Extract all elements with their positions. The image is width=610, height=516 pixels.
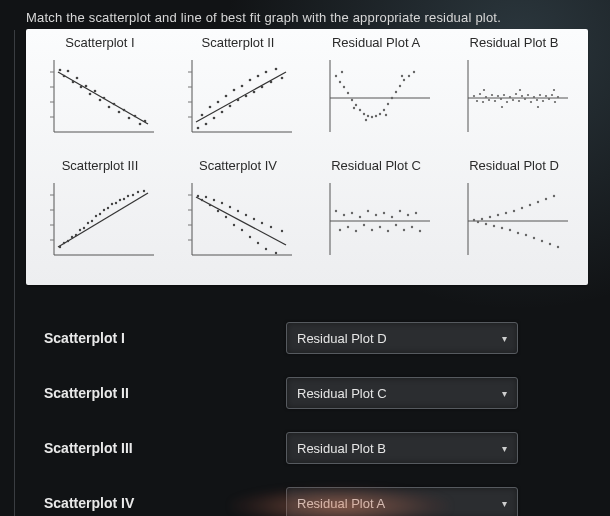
cell-residual-b: Residual Plot B bbox=[448, 35, 580, 152]
svg-point-86 bbox=[482, 101, 484, 103]
match-dropdown-2[interactable]: Residual Plot C ▾ bbox=[286, 377, 518, 409]
chart-residual-d bbox=[454, 175, 574, 267]
svg-point-176 bbox=[339, 229, 341, 231]
svg-point-39 bbox=[221, 111, 224, 114]
title-residual-b: Residual Plot B bbox=[470, 35, 559, 50]
svg-point-94 bbox=[506, 101, 508, 103]
svg-point-199 bbox=[473, 219, 475, 221]
svg-point-9 bbox=[67, 70, 70, 73]
cell-residual-a: Residual Plot A bbox=[310, 35, 442, 152]
chart-residual-a bbox=[316, 52, 436, 144]
svg-point-159 bbox=[225, 216, 227, 218]
svg-point-182 bbox=[363, 224, 365, 226]
svg-point-38 bbox=[217, 101, 220, 104]
svg-point-33 bbox=[197, 127, 200, 130]
chevron-down-icon: ▾ bbox=[502, 498, 507, 509]
svg-point-191 bbox=[399, 210, 401, 212]
svg-point-192 bbox=[403, 229, 405, 231]
svg-point-52 bbox=[275, 68, 278, 71]
svg-point-157 bbox=[217, 210, 219, 212]
title-scatterplot-4: Scatterplot IV bbox=[199, 158, 277, 173]
svg-point-88 bbox=[488, 99, 490, 101]
svg-point-204 bbox=[493, 225, 495, 227]
svg-point-15 bbox=[94, 90, 97, 93]
svg-point-188 bbox=[387, 230, 389, 232]
svg-point-49 bbox=[261, 86, 264, 89]
svg-point-76 bbox=[341, 71, 343, 73]
matching-area: Scatterplot I Residual Plot D ▾ Scatterp… bbox=[26, 315, 586, 516]
svg-point-175 bbox=[335, 210, 337, 212]
chart-scatterplot-4 bbox=[178, 175, 298, 267]
svg-point-167 bbox=[257, 242, 259, 244]
svg-point-203 bbox=[489, 216, 491, 218]
svg-point-160 bbox=[229, 206, 231, 208]
svg-point-18 bbox=[108, 106, 111, 109]
svg-point-45 bbox=[245, 95, 248, 98]
svg-point-67 bbox=[379, 113, 381, 115]
svg-point-115 bbox=[537, 106, 539, 108]
svg-point-153 bbox=[201, 199, 203, 201]
svg-point-168 bbox=[261, 222, 263, 224]
match-dropdown-1[interactable]: Residual Plot D ▾ bbox=[286, 322, 518, 354]
svg-point-164 bbox=[245, 214, 247, 216]
svg-point-113 bbox=[501, 106, 503, 108]
svg-point-125 bbox=[63, 242, 65, 244]
svg-point-116 bbox=[553, 89, 555, 91]
match-label-3: Scatterplot III bbox=[26, 440, 286, 456]
title-scatterplot-3: Scatterplot III bbox=[62, 158, 139, 173]
cell-scatterplot-4: Scatterplot IV bbox=[172, 158, 304, 275]
title-scatterplot-1: Scatterplot I bbox=[65, 35, 134, 50]
svg-point-202 bbox=[485, 223, 487, 225]
svg-point-196 bbox=[419, 230, 421, 232]
match-dropdown-4[interactable]: Residual Plot A ▾ bbox=[286, 487, 518, 516]
svg-point-70 bbox=[391, 97, 393, 99]
svg-point-218 bbox=[549, 243, 551, 245]
svg-point-136 bbox=[107, 207, 109, 209]
svg-point-193 bbox=[407, 214, 409, 216]
svg-point-101 bbox=[527, 94, 529, 96]
svg-point-25 bbox=[144, 120, 147, 123]
svg-point-85 bbox=[479, 93, 481, 95]
svg-point-79 bbox=[385, 114, 387, 116]
svg-point-108 bbox=[548, 98, 550, 100]
chart-scatterplot-1 bbox=[40, 52, 160, 144]
svg-point-97 bbox=[515, 93, 517, 95]
svg-point-137 bbox=[111, 203, 113, 205]
svg-point-16 bbox=[99, 99, 102, 102]
svg-point-107 bbox=[545, 95, 547, 97]
svg-point-211 bbox=[521, 207, 523, 209]
svg-point-185 bbox=[375, 214, 377, 216]
match-label-4: Scatterplot IV bbox=[26, 495, 286, 511]
svg-point-158 bbox=[221, 202, 223, 204]
svg-point-209 bbox=[513, 210, 515, 212]
svg-point-206 bbox=[501, 227, 503, 229]
chart-residual-b bbox=[454, 52, 574, 144]
svg-point-69 bbox=[387, 103, 389, 105]
cell-scatterplot-2: Scatterplot II bbox=[172, 35, 304, 152]
svg-point-99 bbox=[521, 95, 523, 97]
svg-point-102 bbox=[530, 101, 532, 103]
svg-point-98 bbox=[518, 100, 520, 102]
match-dropdown-3[interactable]: Residual Plot B ▾ bbox=[286, 432, 518, 464]
svg-point-179 bbox=[351, 212, 353, 214]
svg-point-106 bbox=[542, 100, 544, 102]
svg-point-212 bbox=[525, 234, 527, 236]
svg-point-213 bbox=[529, 204, 531, 206]
svg-point-72 bbox=[399, 85, 401, 87]
cell-residual-d: Residual Plot D bbox=[448, 158, 580, 275]
svg-point-207 bbox=[505, 212, 507, 214]
svg-point-44 bbox=[241, 85, 244, 88]
svg-point-34 bbox=[201, 114, 204, 117]
svg-point-42 bbox=[233, 89, 236, 92]
figure-grid: Scatterplot I Scatterplot II bbox=[26, 29, 588, 285]
svg-point-14 bbox=[89, 93, 92, 96]
svg-point-154 bbox=[205, 196, 207, 198]
svg-point-152 bbox=[197, 195, 199, 197]
svg-point-126 bbox=[67, 240, 69, 242]
svg-point-56 bbox=[335, 75, 337, 77]
svg-point-166 bbox=[253, 218, 255, 220]
svg-point-75 bbox=[413, 71, 415, 73]
svg-point-172 bbox=[281, 230, 283, 232]
title-residual-a: Residual Plot A bbox=[332, 35, 420, 50]
svg-point-17 bbox=[103, 97, 106, 100]
